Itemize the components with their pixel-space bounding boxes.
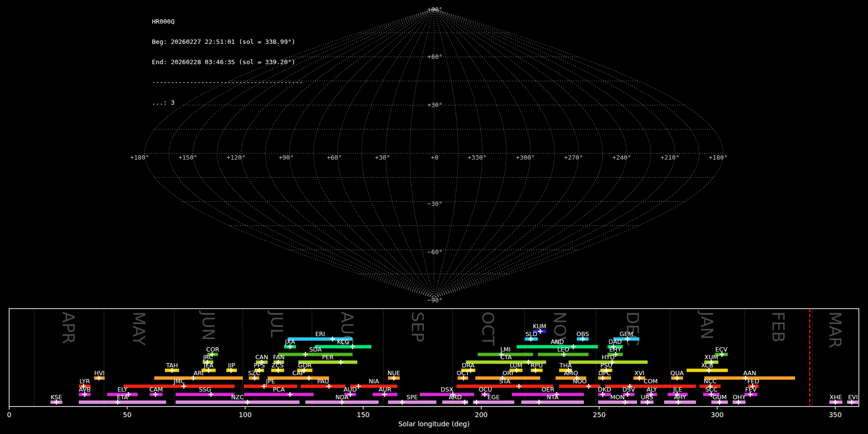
shower-label-JMC: JMC <box>173 378 185 385</box>
shower-label-DSX: DSX <box>441 386 454 393</box>
shower-label-FED: FED <box>747 378 760 385</box>
month-label-feb: FEB <box>769 312 788 342</box>
shower-label-DSV: DSV <box>623 386 636 393</box>
shower-label-GUM: GUM <box>712 393 727 401</box>
shower-label-NZC: NZC <box>231 393 244 401</box>
shower-bar-KCG <box>315 345 372 349</box>
shower-bar-NTA <box>521 401 584 404</box>
shower-bar-NOO <box>559 385 600 388</box>
shower-bar-ETA <box>79 401 166 404</box>
shower-label-SCC: SCC <box>705 386 718 393</box>
shower-label-DKD: DKD <box>598 386 611 393</box>
meteor-count: ...: 3 <box>152 99 303 106</box>
shower-label-ELY: ELY <box>117 386 127 393</box>
shower-label-DAD: DAD <box>609 338 622 345</box>
shower-label-NCC: NCC <box>704 378 717 385</box>
shower-label-JRC: JRC <box>203 353 213 361</box>
shower-label-OCT: OCT <box>457 369 470 377</box>
shower-label-EGE: EGE <box>488 393 500 401</box>
shower-label-ZCS: ZCS <box>271 362 284 369</box>
shower-label-GEM: GEM <box>620 330 633 338</box>
x-tick-label: 200 <box>475 411 488 419</box>
shower-label-JLE: JLE <box>673 386 682 393</box>
month-label-dec: DEC <box>623 312 642 346</box>
month-label-may: MAY <box>129 312 149 346</box>
shower-label-AHY: AHY <box>674 393 686 401</box>
x-tick-label: 50 <box>123 411 132 419</box>
shower-label-MON: MON <box>610 393 625 401</box>
lon-label: +120° <box>227 154 245 161</box>
month-label-jun: JUN <box>199 311 218 340</box>
month-label-sep: SEP <box>408 312 427 342</box>
shower-label-JXA: JXA <box>285 338 295 345</box>
shower-label-SLD: SLD <box>526 330 538 338</box>
x-tick-label: 150 <box>357 411 370 419</box>
shower-label-AVB: AVB <box>79 386 91 393</box>
shower-bar-MON <box>598 401 637 404</box>
shower-label-TAH: TAH <box>165 362 178 369</box>
shower-label-NIA: NIA <box>368 378 379 385</box>
shower-bar-PAU <box>301 385 346 388</box>
shower-label-KCG: KCG <box>337 338 350 345</box>
shower-label-EHY: EHY <box>609 346 621 353</box>
shower-label-EVI: EVI <box>848 393 858 401</box>
shower-label-DPC: DPC <box>598 369 611 377</box>
lon-label: +330° <box>468 154 487 161</box>
shower-label-ARI: ARI <box>193 369 203 377</box>
sky-and-activity-plot: +90°+60°+30°−30°−60°−90°+180°+150°+120°+… <box>0 0 868 434</box>
shower-label-OER: OER <box>542 386 555 393</box>
shower-label-XCB: XCB <box>701 362 713 369</box>
screenshot-root: +90°+60°+30°−30°−60°−90°+180°+150°+120°+… <box>0 0 868 434</box>
shower-label-NOO: NOO <box>573 378 587 385</box>
shower-label-PCA: PCA <box>273 386 285 393</box>
shower-bar-SSG <box>176 393 234 396</box>
shower-bar-EGE <box>473 401 515 404</box>
shower-label-NDA: NDA <box>335 393 349 401</box>
shower-label-GDR: GDR <box>298 362 312 369</box>
lon-label: +300° <box>516 154 535 161</box>
shower-label-SSG: SSG <box>199 386 211 393</box>
shower-label-PAU: PAU <box>317 378 329 385</box>
shower-bar-STA <box>457 385 554 388</box>
shower-bar-JMC <box>123 385 234 388</box>
shower-label-JPE: JPE <box>266 378 275 385</box>
shower-label-ERI: ERI <box>315 330 325 338</box>
shower-label-XVI: XVI <box>634 369 644 377</box>
shower-label-CTA: CTA <box>500 353 512 361</box>
shower-label-JEA: JEA <box>203 362 214 369</box>
shower-label-AUR: AUR <box>379 386 392 393</box>
lat-label: −30° <box>427 200 442 207</box>
month-label-mar: MAR <box>826 312 845 348</box>
shower-label-XHE: XHE <box>829 393 842 401</box>
grid-meridian <box>434 9 555 298</box>
shower-label-XUM: XUM <box>705 353 719 361</box>
shower-label-CAN: CAN <box>255 353 268 361</box>
shower-label-OHY: OHY <box>732 393 746 401</box>
session-begin: Beg: 20260227 22:51:01 (sol = 338.99°) <box>152 39 303 45</box>
shower-bar-PCA <box>244 393 313 396</box>
shower-label-OCU: OCU <box>479 386 492 393</box>
shower-label-ETA: ETA <box>117 393 128 401</box>
shower-label-ARD: ARD <box>449 393 462 401</box>
shower-label-SDA: SDA <box>309 346 322 353</box>
shower-label-PSU: PSU <box>600 362 612 369</box>
lon-label: +30° <box>375 154 390 161</box>
shower-label-DRA: DRA <box>462 362 475 369</box>
shower-bar-JPE <box>244 385 297 388</box>
shower-label-ECV: ECV <box>715 346 728 353</box>
shower-label-LYR: LYR <box>80 378 90 385</box>
shower-label-AMO: AMO <box>564 369 578 377</box>
shower-label-THA: THA <box>559 362 572 369</box>
shower-label-HYD: HYD <box>602 353 615 361</box>
lon-label: +150° <box>178 154 197 161</box>
x-tick-label: 250 <box>593 411 606 419</box>
station-id: HR000Q <box>152 18 303 25</box>
shower-label-CAP: CAP <box>292 369 304 377</box>
lat-label: +60° <box>427 53 442 60</box>
shower-label-FEV: FEV <box>745 386 757 393</box>
shower-label-AND: AND <box>551 338 564 345</box>
session-end: End: 20260228 03:46:35 (sol = 339.20°) <box>152 59 303 66</box>
x-tick-label: 0 <box>7 411 12 419</box>
shower-label-RPU: RPU <box>530 362 542 369</box>
month-label-jul: JUL <box>267 311 286 338</box>
